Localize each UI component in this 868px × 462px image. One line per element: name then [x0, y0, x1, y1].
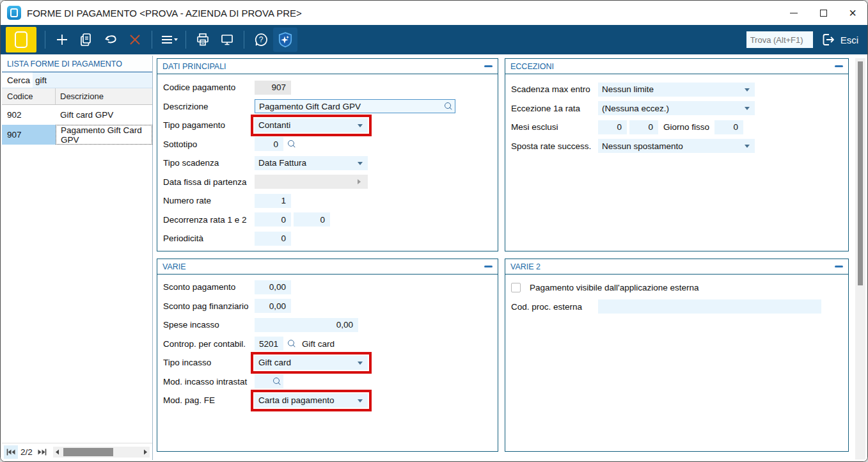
panel-dati-principali: DATI PRINCIPALI Codice pagamento 907 Des…: [157, 58, 498, 251]
mesi-esclusi-1-field[interactable]: 0: [598, 120, 627, 134]
field-label: Tipo pagamento: [163, 120, 255, 130]
delete-button[interactable]: [123, 28, 147, 52]
data-fissa-field: [255, 175, 368, 189]
sposta-rate-dropdown[interactable]: Nessun spostamento: [598, 139, 755, 153]
field-label: Mesi esclusi: [511, 122, 598, 132]
scroll-right-arrow[interactable]: [141, 447, 150, 458]
controp-description: Gift card: [302, 339, 335, 349]
eccezione-rata-dropdown[interactable]: (Nessuna eccez.): [598, 101, 755, 115]
periodicita-field[interactable]: 0: [255, 232, 291, 246]
mod-incasso-field[interactable]: [255, 374, 283, 388]
horizontal-scrollbar[interactable]: [53, 447, 150, 458]
field-label: Numero rate: [163, 196, 255, 205]
last-page-button[interactable]: [35, 445, 49, 459]
decorrenza-rata2-field[interactable]: 0: [294, 212, 330, 227]
decorrenza-rata1-field[interactable]: 0: [255, 212, 291, 227]
copy-button[interactable]: [74, 28, 99, 52]
controp-contabil-field[interactable]: 5201: [255, 337, 283, 351]
exit-label: Esci: [840, 35, 858, 45]
panel-title: VARIE: [162, 262, 186, 271]
panel-title: VARIE 2: [510, 262, 541, 271]
sottotipo-field[interactable]: 0: [255, 137, 283, 151]
field-label: Mod. incasso intrastat: [163, 377, 255, 386]
title-bar: FORME DI PAGAMENTO <PROVA - AZIENDA DI P…: [1, 1, 867, 25]
pagamento-visibile-checkbox[interactable]: [511, 283, 521, 292]
mesi-esclusi-2-field[interactable]: 0: [629, 120, 658, 134]
mod-pag-fe-dropdown[interactable]: Carta di pagamento: [255, 394, 368, 408]
field-label: Decorrenza rata 1 e 2: [163, 215, 255, 225]
cod-proc-esterna-field[interactable]: [598, 299, 821, 314]
svg-text:?: ?: [259, 35, 264, 44]
field-label: Periodicità: [163, 234, 255, 243]
list-item[interactable]: 902 Gift card GPV: [2, 105, 152, 125]
field-label: Tipo scadenza: [163, 158, 255, 168]
undo-icon: [102, 32, 119, 47]
page-indicator: 2/2: [20, 447, 33, 457]
window-title: FORME DI PAGAMENTO <PROVA - AZIENDA DI P…: [27, 8, 302, 19]
collapse-icon[interactable]: [484, 65, 493, 67]
app-icon: [15, 31, 28, 48]
payment-list-sidebar: LISTA FORME DI PAGAMENTO Cerca Codice De…: [2, 56, 153, 460]
app-logo-icon: [7, 6, 21, 20]
field-label: Codice pagamento: [163, 83, 255, 92]
sconto-finanziario-field[interactable]: 0,00: [255, 299, 291, 313]
app-menu-button[interactable]: [6, 27, 36, 52]
new-button[interactable]: [50, 28, 74, 52]
last-page-icon: [37, 449, 47, 456]
main-area: LISTA FORME DI PAGAMENTO Cerca Codice De…: [1, 54, 867, 461]
undo-button[interactable]: [99, 28, 123, 52]
tipo-scadenza-dropdown[interactable]: Data Fattura: [255, 156, 368, 170]
collapse-icon[interactable]: [835, 266, 843, 267]
tipo-incasso-dropdown[interactable]: Gift card: [255, 356, 368, 370]
help-button[interactable]: ?: [249, 28, 273, 52]
field-label: Sconto pagamento: [163, 282, 255, 292]
collapse-icon[interactable]: [484, 266, 493, 267]
menu-button[interactable]: [157, 28, 181, 52]
search-input[interactable]: [33, 72, 152, 88]
sconto-pagamento-field[interactable]: 0,00: [255, 280, 291, 294]
delete-x-icon: [127, 32, 143, 47]
scadenza-max-dropdown[interactable]: Nessun limite: [598, 83, 755, 97]
codice-pagamento-field: 907: [255, 81, 291, 95]
spese-incasso-field[interactable]: 0,00: [255, 318, 358, 332]
column-header-codice[interactable]: Codice: [2, 88, 56, 104]
panel-varie-2: VARIE 2 Pagamento visibile dall'applicaz…: [505, 259, 849, 452]
field-label: Eccezione 1a rata: [511, 104, 598, 113]
panel-title: DATI PRINCIPALI: [162, 62, 226, 71]
print-button[interactable]: [191, 28, 215, 52]
search-lookup-icon[interactable]: [444, 102, 452, 111]
minimize-button[interactable]: [779, 1, 809, 25]
search-lookup-icon[interactable]: [272, 378, 281, 386]
scrollbar-thumb[interactable]: [858, 61, 863, 285]
descrizione-field[interactable]: Pagamento Gift Card GPV: [255, 99, 455, 113]
row-codice: 907: [2, 125, 56, 145]
scroll-left-arrow[interactable]: [53, 447, 62, 458]
list-item-selected[interactable]: 907 Pagamento Gift Card GPV: [2, 125, 152, 145]
exit-button[interactable]: Esci: [821, 32, 862, 47]
monitor-icon: [219, 32, 235, 47]
numero-rate-field[interactable]: 1: [255, 194, 291, 208]
collapse-icon[interactable]: [835, 65, 843, 67]
maximize-button[interactable]: [809, 1, 838, 25]
column-header-descrizione[interactable]: Descrizione: [56, 92, 152, 101]
first-page-button[interactable]: [4, 445, 18, 459]
assistant-button[interactable]: [273, 28, 297, 52]
row-descrizione: Gift card GPV: [56, 105, 152, 125]
field-label: Controp. per contabil.: [163, 339, 255, 349]
monitor-button[interactable]: [215, 28, 239, 52]
find-input[interactable]: [746, 31, 813, 48]
search-lookup-icon[interactable]: [287, 140, 296, 148]
search-lookup-icon[interactable]: [287, 340, 296, 348]
tipo-pagamento-dropdown[interactable]: Contanti: [255, 118, 368, 132]
pagination-bar: 2/2: [2, 443, 152, 460]
search-label: Cerca: [2, 76, 33, 85]
vertical-scrollbar[interactable]: [855, 58, 865, 459]
close-button[interactable]: ×: [838, 1, 867, 25]
panel-title: ECCEZIONI: [510, 62, 554, 71]
scrollbar-thumb[interactable]: [63, 448, 113, 456]
sidebar-search-row: Cerca: [2, 72, 152, 88]
field-label: Mod. pag. FE: [163, 395, 255, 405]
field-label: Cod. proc. esterna: [511, 302, 598, 312]
giorno-fisso-field[interactable]: 0: [714, 120, 743, 134]
row-descrizione: Pagamento Gift Card GPV: [56, 125, 152, 145]
